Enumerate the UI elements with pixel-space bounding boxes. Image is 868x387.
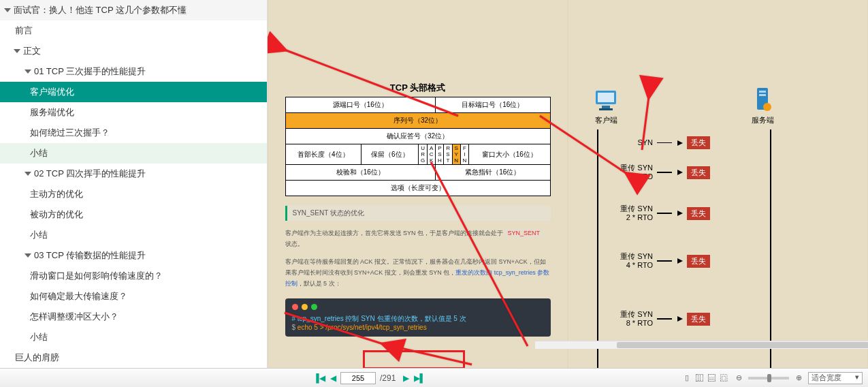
svg-rect-2: [602, 106, 610, 108]
timeline: SYN丢失重传 SYNRTO丢失重传 SYN2 * RTO丢失重传 SYN4 *…: [597, 129, 771, 368]
section-bar: SYN_SENT 状态的优化: [285, 206, 551, 221]
outline-sidebar[interactable]: 面试官：换人！他连 TCP 这几个参数都不懂前言正文01 TCP 三次握手的性能…: [0, 0, 268, 368]
lost-badge: 丢失: [687, 255, 710, 268]
outline-item-label: 正文: [23, 45, 41, 57]
outline-item[interactable]: 如何确定最大传输速度？: [0, 286, 267, 307]
outline-item[interactable]: 主动方的优化: [0, 184, 267, 204]
view-single-icon[interactable]: ▯: [681, 373, 692, 384]
outline-item-label: 巨人的肩膀: [15, 352, 59, 364]
outline-item[interactable]: 01 TCP 三次握手的性能提升: [0, 61, 267, 82]
outline-item[interactable]: 03 TCP 传输数据的性能提升: [0, 245, 267, 266]
server-label: 服务端: [749, 115, 776, 125]
outline-item[interactable]: 面试官：换人！他连 TCP 这几个参数都不懂: [0, 0, 267, 20]
timeline-event: SYN丢失: [604, 136, 710, 149]
status-bar: ▐◀ ◀ /291 ▶ ▶▌ ▯ ⿲ ⿳ ⿴ ⊖ ⊕ 适合宽度 ▾: [0, 368, 868, 387]
outline-item-label: 面试官：换人！他连 TCP 这几个参数都不懂: [14, 4, 187, 16]
page-left: TCP 头部格式 源端口号（16位）目标端口号（16位） 序列号（32位） 确认…: [268, 0, 567, 368]
client-label: 客户端: [592, 115, 620, 125]
tcp-src-port: 源端口号（16位）: [285, 97, 436, 113]
tcp-dst-port: 目标端口号（16位）: [436, 97, 550, 113]
outline-item-label: 小结: [30, 229, 48, 241]
server-host: 服务端: [749, 85, 776, 125]
outline-item-label: 02 TCP 四次挥手的性能提升: [34, 168, 146, 180]
tcp-opt: 选项（长度可变）: [285, 181, 550, 196]
client-icon: [592, 85, 620, 112]
lost-badge: 丢失: [687, 136, 710, 149]
view-grid-icon[interactable]: ⿴: [718, 373, 729, 384]
outline-item[interactable]: 怎样调整缓冲区大小？: [0, 307, 267, 327]
zoom-slider[interactable]: [748, 377, 789, 380]
outline-item-label: 前言: [15, 25, 33, 37]
lost-badge: 丢失: [687, 166, 710, 179]
next-page-button[interactable]: ▶: [400, 372, 412, 384]
paragraph-1: 客户端作为主动发起连接方，首先它将发送 SYN 包，于是客户端的连接就会处于 S…: [285, 228, 551, 249]
outline-item[interactable]: 02 TCP 四次挥手的性能提升: [0, 164, 267, 184]
outline-item-label: 滑动窗口是如何影响传输速度的？: [30, 270, 163, 282]
view-continuous-icon[interactable]: ⿳: [706, 373, 717, 384]
page-total: /291: [377, 373, 398, 383]
tcp-flag: PSH: [436, 144, 444, 165]
outline-item-label: 如何确定最大传输速度？: [30, 290, 127, 303]
svg-rect-1: [598, 93, 614, 102]
outline-item[interactable]: 小结: [0, 143, 267, 164]
tcp-ack: 确认应答号（32位）: [285, 129, 550, 144]
outline-item-label: 01 TCP 三次握手的性能提升: [34, 65, 146, 78]
outline-item-label: 如何绕过三次握手？: [30, 127, 110, 139]
outline-item-label: 主动方的优化: [30, 188, 83, 200]
outline-item-label: 怎样调整缓冲区大小？: [30, 311, 118, 323]
tcp-urg: 紧急指针（16位）: [436, 165, 550, 181]
tcp-flag: RST: [444, 144, 452, 165]
svg-rect-6: [759, 94, 766, 96]
outline-item[interactable]: 前言: [0, 20, 267, 41]
svg-point-7: [763, 103, 771, 111]
zoom-out-button[interactable]: ⊖: [733, 373, 744, 384]
tcp-win: 窗口大小（16位）: [468, 144, 550, 165]
zoom-in-button[interactable]: ⊕: [793, 373, 804, 384]
outline-item[interactable]: 被动方的优化: [0, 204, 267, 225]
first-page-button[interactable]: ▐◀: [313, 372, 325, 384]
tcp-chk: 校验和（16位）: [285, 165, 436, 181]
horizontal-scrollbar[interactable]: [535, 341, 868, 349]
outline-item[interactable]: 滑动窗口是如何影响传输速度的？: [0, 266, 267, 286]
document-viewport: TCP 头部格式 源端口号（16位）目标端口号（16位） 序列号（32位） 确认…: [268, 0, 868, 368]
outline-item[interactable]: 小结: [0, 327, 267, 347]
tcp-reserved: 保留（6位）: [361, 144, 419, 165]
server-icon: [749, 85, 776, 112]
last-page-button[interactable]: ▶▌: [413, 372, 425, 384]
tcp-seq: 序列号（32位）: [285, 113, 550, 129]
outline-item[interactable]: 正文: [0, 41, 267, 61]
tcp-header-title: TCP 头部格式: [285, 82, 551, 94]
outline-item[interactable]: 小结: [0, 225, 267, 245]
lost-badge: 丢失: [687, 313, 710, 326]
svg-rect-5: [759, 91, 766, 93]
outline-item[interactable]: 巨人的肩膀: [0, 347, 267, 368]
zoom-select[interactable]: 适合宽度 ▾: [808, 372, 863, 384]
outline-item-label: 小结: [30, 147, 48, 159]
page-input[interactable]: [340, 372, 376, 384]
tcp-header-table: 源端口号（16位）目标端口号（16位） 序列号（32位） 确认应答号（32位） …: [285, 97, 551, 196]
tcp-flag: URG: [419, 144, 428, 165]
tcp-flag-syn: SYN: [452, 144, 460, 165]
tcp-flag: ACK: [428, 144, 436, 165]
client-host: 客户端: [592, 85, 620, 125]
outline-item-label: 客户端优化: [30, 86, 74, 98]
svg-rect-3: [599, 108, 613, 110]
lost-badge: 丢失: [687, 207, 710, 220]
outline-item-label: 服务端优化: [30, 106, 74, 119]
outline-item-label: 03 TCP 传输数据的性能提升: [34, 249, 146, 262]
timeline-event: 重传 SYN8 * RTO丢失: [604, 310, 710, 328]
tcp-flag: FIN: [460, 144, 468, 165]
outline-item-label: 被动方的优化: [30, 208, 83, 221]
outline-item[interactable]: 客户端优化: [0, 82, 267, 102]
terminal-block: # tcp_syn_retries 控制 SYN 包重传的次数，默认值是 5 次…: [285, 298, 551, 337]
outline-item[interactable]: 如何绕过三次握手？: [0, 123, 267, 143]
prev-page-button[interactable]: ◀: [327, 372, 339, 384]
timeline-event: 重传 SYNRTO丢失: [604, 164, 710, 181]
paragraph-2: 客户端在等待服务端回复的 ACK 报文。正常情况下，服务器会在几毫秒内返回 SY…: [285, 256, 551, 289]
timeline-event: 重传 SYN4 * RTO丢失: [604, 252, 710, 270]
tcp-hdrlen: 首部长度（4位）: [285, 144, 361, 165]
timeline-event: 重传 SYN2 * RTO丢失: [604, 204, 710, 222]
outline-item[interactable]: 服务端优化: [0, 102, 267, 123]
view-facing-icon[interactable]: ⿲: [694, 373, 705, 384]
page-right: 客户端 服务端 SYN丢失重传 SYNRTO丢失重传 SYN2 * RTO丢失重…: [568, 0, 867, 368]
